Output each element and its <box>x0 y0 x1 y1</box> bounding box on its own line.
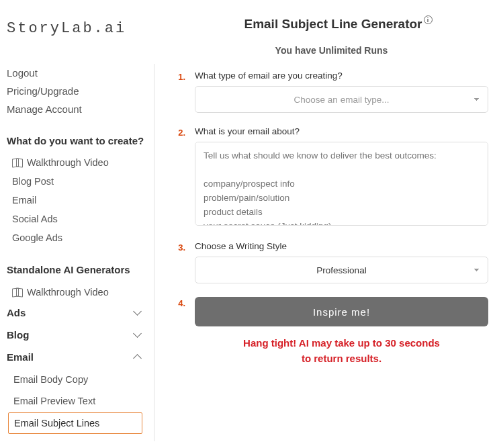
runs-remaining: You have Unlimited Runs <box>175 45 488 56</box>
sidebar-item-label: Walkthrough Video <box>27 157 109 168</box>
sidebar-item-label: Walkthrough Video <box>27 287 109 298</box>
email-about-textarea[interactable] <box>195 142 488 226</box>
wait-message: Hang tight! AI may take up to 30 seconds… <box>195 336 488 366</box>
wait-line-2: to return results. <box>302 353 381 364</box>
section-create-heading: What do you want to create? <box>7 134 154 148</box>
sidebar-item-walkthrough-video-2[interactable]: Walkthrough Video <box>7 283 154 302</box>
brand-logo: StoryLab.ai <box>7 20 154 37</box>
field-label-email-type: What type of email are you creating? <box>195 71 488 81</box>
accordion-ads[interactable]: Ads <box>7 302 154 324</box>
nav-logout[interactable]: Logout <box>7 64 154 82</box>
step-number: 3. <box>175 241 185 253</box>
accordion-blog[interactable]: Blog <box>7 324 154 346</box>
accordion-label: Blog <box>7 329 29 341</box>
sidebar-item-blog-post[interactable]: Blog Post <box>7 172 154 191</box>
chevron-down-icon <box>133 330 142 339</box>
sidebar-item-label: Social Ads <box>12 214 58 224</box>
sidebar-item-email-subject-lines[interactable]: Email Subject Lines <box>8 412 142 434</box>
book-icon <box>12 159 23 167</box>
nav-manage-account[interactable]: Manage Account <box>7 100 154 118</box>
accordion-label: Email <box>7 351 34 363</box>
form-row-1: 1. What type of email are you creating? … <box>175 71 488 113</box>
field-label-email-about: What is your email about? <box>195 126 488 136</box>
chevron-down-icon <box>133 308 142 317</box>
accordion-email[interactable]: Email <box>7 346 154 368</box>
sidebar-item-label: Email <box>12 195 36 206</box>
sidebar-item-label: Google Ads <box>12 232 62 243</box>
inspire-button[interactable]: Inspire me! <box>195 297 488 326</box>
step-number: 4. <box>175 297 185 308</box>
step-number: 2. <box>175 126 185 138</box>
page-title-text: Email Subject Line Generator <box>244 17 422 31</box>
email-type-select[interactable]: Choose an email type... <box>195 86 488 113</box>
main-content: Email Subject Line Generatori You have U… <box>154 0 495 448</box>
writing-style-select[interactable]: Professional <box>195 257 488 283</box>
sidebar-item-email-body-copy[interactable]: Email Body Copy <box>8 369 142 390</box>
section-standalone-heading: Standalone AI Generators <box>7 263 154 277</box>
sidebar-item-email[interactable]: Email <box>7 191 154 210</box>
info-icon[interactable]: i <box>424 15 433 24</box>
sidebar: StoryLab.ai Logout Pricing/Upgrade Manag… <box>0 0 154 448</box>
sidebar-item-email-preview-text[interactable]: Email Preview Text <box>8 391 142 411</box>
wait-line-1: Hang tight! AI may take up to 30 seconds <box>243 337 440 349</box>
sidebar-item-google-ads[interactable]: Google Ads <box>7 228 154 247</box>
nav-pricing[interactable]: Pricing/Upgrade <box>7 82 154 100</box>
chevron-up-icon <box>133 352 142 361</box>
sidebar-item-walkthrough-video[interactable]: Walkthrough Video <box>7 153 154 172</box>
sidebar-item-social-ads[interactable]: Social Ads <box>7 210 154 228</box>
sidebar-item-label: Blog Post <box>12 176 54 187</box>
field-label-writing-style: Choose a Writing Style <box>195 241 488 251</box>
form-row-4: 4. Inspire me! Hang tight! AI may take u… <box>175 297 488 366</box>
accordion-label: Ads <box>7 307 26 318</box>
step-number: 1. <box>175 71 185 82</box>
page-title: Email Subject Line Generatori <box>188 17 488 32</box>
form-row-2: 2. What is your email about? <box>175 126 488 228</box>
book-icon <box>12 288 23 296</box>
form-row-3: 3. Choose a Writing Style Professional <box>175 241 488 283</box>
